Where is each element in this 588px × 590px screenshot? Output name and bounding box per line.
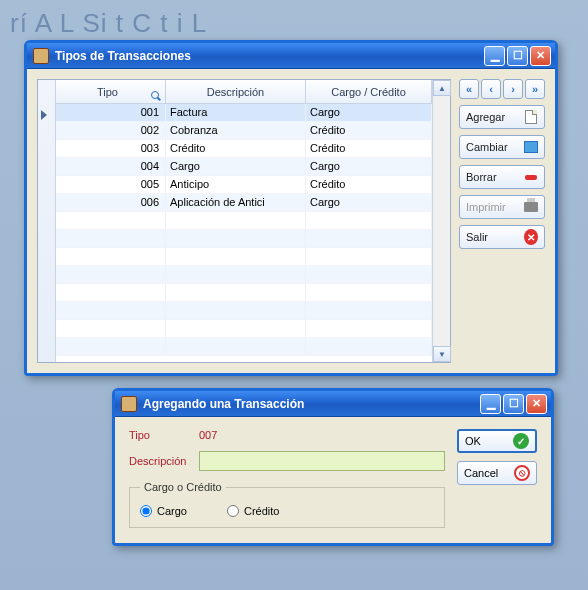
transacciones-grid[interactable]: Tipo Descripción Cargo / Crédito 001Fact… [37,79,451,363]
cell-tipo [56,320,166,337]
grid-body[interactable]: 001FacturaCargo002CobranzaCrédito003Créd… [56,104,432,362]
minimize-button[interactable]: ▁ [480,394,501,414]
radio-cargo[interactable] [140,505,152,517]
image-icon [524,140,538,154]
table-row[interactable] [56,320,432,338]
nav-last-button[interactable]: » [525,79,545,99]
minimize-button[interactable]: ▁ [484,46,505,66]
cell-descripcion: Cobranza [166,122,306,139]
cancel-button[interactable]: Cancel ⦸ [457,461,537,485]
window-title: Tipos de Transacciones [55,49,484,63]
cell-descripcion: Aplicación de Antici [166,194,306,211]
nav-next-button[interactable]: › [503,79,523,99]
cell-cargo-credito: Cargo [306,104,432,121]
cell-cargo-credito [306,302,432,319]
app-icon [121,396,137,412]
close-button[interactable]: ✕ [526,394,547,414]
cell-tipo [56,302,166,319]
cell-tipo [56,248,166,265]
table-row[interactable]: 005AnticipoCrédito [56,176,432,194]
descripcion-label: Descripción [129,455,199,467]
cell-descripcion [166,320,306,337]
table-row[interactable] [56,212,432,230]
titlebar[interactable]: Tipos de Transacciones ▁ ☐ ✕ [27,43,555,69]
cell-cargo-credito [306,230,432,247]
delete-icon [524,170,538,184]
tipos-transacciones-window: Tipos de Transacciones ▁ ☐ ✕ Tipo Descri… [24,40,558,376]
vertical-scrollbar[interactable]: ▲ ▼ [432,80,450,362]
cell-descripcion: Crédito [166,140,306,157]
cell-cargo-credito [306,248,432,265]
cell-descripcion [166,284,306,301]
radio-credito[interactable] [227,505,239,517]
radio-cargo-label[interactable]: Cargo [140,505,187,517]
table-row[interactable]: 006Aplicación de AnticiCargo [56,194,432,212]
printer-icon [524,200,538,214]
cell-tipo [56,230,166,247]
table-row[interactable] [56,302,432,320]
tipo-value: 007 [199,429,217,441]
cell-tipo [56,266,166,283]
new-page-icon [524,110,538,124]
maximize-button[interactable]: ☐ [507,46,528,66]
nav-prev-button[interactable]: ‹ [481,79,501,99]
cell-tipo [56,338,166,355]
maximize-button[interactable]: ☐ [503,394,524,414]
cell-cargo-credito: Cargo [306,158,432,175]
cell-descripcion [166,266,306,283]
imprimir-button[interactable]: Imprimir [459,195,545,219]
cancel-icon: ⦸ [514,465,530,481]
cell-cargo-credito: Cargo [306,194,432,211]
table-row[interactable]: 004CargoCargo [56,158,432,176]
cell-descripcion [166,302,306,319]
scroll-down-button[interactable]: ▼ [433,346,451,362]
cell-descripcion [166,230,306,247]
table-row[interactable] [56,248,432,266]
table-row[interactable] [56,338,432,356]
table-row[interactable]: 003CréditoCrédito [56,140,432,158]
search-icon[interactable] [151,91,161,101]
cell-descripcion [166,338,306,355]
agregar-transaccion-dialog: Agregando una Transacción ▁ ☐ ✕ Tipo 007… [112,388,554,546]
column-header-cargo-credito[interactable]: Cargo / Crédito [306,80,432,103]
cell-cargo-credito [306,320,432,337]
close-button[interactable]: ✕ [530,46,551,66]
table-row[interactable]: 002CobranzaCrédito [56,122,432,140]
table-row[interactable] [56,284,432,302]
descripcion-input[interactable] [199,451,445,471]
cambiar-button[interactable]: Cambiar [459,135,545,159]
tipo-label: Tipo [129,429,199,441]
titlebar[interactable]: Agregando una Transacción ▁ ☐ ✕ [115,391,551,417]
cell-descripcion: Factura [166,104,306,121]
ok-icon: ✓ [513,433,529,449]
grid-header: Tipo Descripción Cargo / Crédito [56,80,432,104]
cell-cargo-credito [306,284,432,301]
exit-icon: ✕ [524,230,538,244]
side-panel: « ‹ › » Agregar Cambiar Borrar Imprimir [459,79,545,363]
group-legend: Cargo o Crédito [140,481,226,493]
cell-tipo: 003 [56,140,166,157]
table-row[interactable] [56,230,432,248]
salir-button[interactable]: Salir ✕ [459,225,545,249]
cell-tipo [56,284,166,301]
table-row[interactable] [56,266,432,284]
cell-descripcion: Cargo [166,158,306,175]
column-header-tipo[interactable]: Tipo [56,80,166,103]
cell-cargo-credito: Crédito [306,176,432,193]
scroll-up-button[interactable]: ▲ [433,80,451,96]
column-header-descripcion[interactable]: Descripción [166,80,306,103]
background-menu-text: rí A L Si t C t i L [10,8,578,39]
radio-credito-label[interactable]: Crédito [227,505,279,517]
row-indicator-gutter [38,80,56,362]
ok-button[interactable]: OK ✓ [457,429,537,453]
table-row[interactable]: 001FacturaCargo [56,104,432,122]
cell-tipo: 004 [56,158,166,175]
cell-descripcion: Anticipo [166,176,306,193]
cell-tipo: 001 [56,104,166,121]
borrar-button[interactable]: Borrar [459,165,545,189]
cell-cargo-credito: Crédito [306,140,432,157]
nav-first-button[interactable]: « [459,79,479,99]
current-row-marker-icon [41,110,47,120]
cell-tipo: 006 [56,194,166,211]
agregar-button[interactable]: Agregar [459,105,545,129]
